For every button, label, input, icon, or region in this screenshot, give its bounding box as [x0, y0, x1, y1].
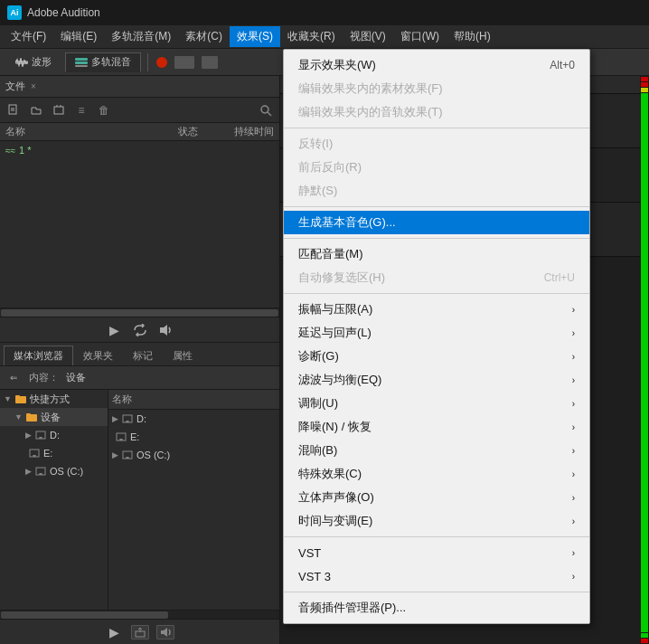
- menu-help[interactable]: 帮助(H): [447, 26, 498, 47]
- menu-edit[interactable]: 编辑(E): [53, 26, 104, 47]
- tab-multitrack[interactable]: 多轨混音: [65, 52, 141, 72]
- dd-item-delay[interactable]: 延迟与回声(L)›: [284, 321, 589, 345]
- dd-label-amplitude: 振幅与压限(A): [298, 301, 372, 317]
- dd-label-reverse-fwd: 前后反向(R): [298, 159, 362, 175]
- menu-file[interactable]: 文件(F): [4, 26, 53, 47]
- dd-item-show-effects-rack[interactable]: 显示效果夹(W)Alt+0: [284, 53, 589, 77]
- app-title: Adobe Audition: [27, 6, 100, 19]
- files-close[interactable]: ×: [31, 81, 36, 91]
- meter-red-2: [641, 82, 648, 87]
- volume-btn[interactable]: [156, 321, 174, 339]
- devices-folder-icon: [26, 412, 37, 422]
- dd-item-diagnostics[interactable]: 诊断(G)›: [284, 345, 589, 368]
- tab-effects-rack[interactable]: 效果夹: [73, 346, 123, 365]
- menu-window[interactable]: 窗口(W): [393, 26, 447, 47]
- d-arrow: ▶: [25, 431, 32, 440]
- svg-rect-4: [9, 105, 16, 114]
- right-c-drive[interactable]: ▶ OS (C:): [108, 446, 279, 464]
- browser-scrollbar[interactable]: [0, 610, 279, 619]
- tab-markers[interactable]: 标记: [123, 346, 163, 365]
- dd-item-stereo[interactable]: 立体声声像(O)›: [284, 486, 589, 509]
- play-btn[interactable]: ▶: [106, 321, 124, 339]
- dd-item-modulation[interactable]: 调制(U)›: [284, 392, 589, 415]
- files-title: 文件: [5, 80, 25, 93]
- open-file-icon: [30, 104, 42, 117]
- dd-label-auto-heal: 自动修复选区(H): [298, 270, 385, 286]
- dd-item-denoise[interactable]: 降噪(N) / 恢复›: [284, 415, 589, 439]
- dd-item-plugin-manager[interactable]: 音频插件管理器(P)...: [284, 596, 589, 620]
- tab-media-browser[interactable]: 媒体浏览器: [4, 346, 73, 365]
- dd-item-match-volume[interactable]: 匹配音量(M): [284, 242, 589, 266]
- loop-icon: [133, 324, 147, 336]
- new-file-btn[interactable]: [4, 101, 24, 119]
- svg-point-28: [126, 457, 129, 459]
- dd-item-edit-clip-effects: 编辑效果夹内的素材效果(F): [284, 77, 589, 100]
- svg-rect-2: [75, 62, 88, 64]
- app-icon: Ai: [7, 5, 22, 20]
- tree-shortcuts[interactable]: ▼ 快捷方式: [0, 390, 108, 408]
- files-scrollbar[interactable]: [0, 308, 279, 317]
- dd-item-filter[interactable]: 滤波与均衡(EQ)›: [284, 368, 589, 392]
- browser-content-label: 内容：: [25, 371, 62, 384]
- dd-separator-7: [284, 206, 589, 207]
- menu-favorites[interactable]: 收藏夹(R): [280, 26, 343, 47]
- right-d-arrow: ▶: [112, 414, 118, 423]
- dd-item-amplitude[interactable]: 振幅与压限(A)›: [284, 298, 589, 321]
- browser-scrollbar-thumb[interactable]: [1, 611, 168, 619]
- svg-rect-7: [54, 107, 63, 114]
- dd-item-generate-tone[interactable]: 生成基本音色(G)...: [284, 211, 589, 234]
- export-icon: [135, 627, 146, 638]
- file-name: 1 *: [19, 145, 31, 156]
- tree-d-drive[interactable]: ▶ D:: [0, 426, 108, 444]
- devices-arrow: ▼: [14, 412, 23, 421]
- browser-body: ▼ 快捷方式 ▼ 设备 ▶ D:: [0, 390, 279, 610]
- file-item[interactable]: ≈≈ 1 *: [0, 141, 279, 159]
- delete-file-btn[interactable]: 🗑: [94, 101, 114, 119]
- browser-play-btn[interactable]: ▶: [106, 623, 124, 641]
- dd-item-reverb[interactable]: 混响(B)›: [284, 439, 589, 462]
- dd-item-vst[interactable]: VST›: [284, 541, 589, 564]
- menu-material[interactable]: 素材(C): [178, 26, 230, 47]
- volume-icon-2: [160, 627, 171, 638]
- search-files[interactable]: [256, 101, 276, 119]
- browser-btn-1[interactable]: ⇐: [4, 369, 24, 387]
- browser-btn-a[interactable]: [131, 625, 149, 639]
- right-e-label: E:: [130, 431, 139, 442]
- dd-label-filter: 滤波与均衡(EQ): [298, 372, 381, 388]
- files-btn-3[interactable]: [49, 101, 69, 119]
- dd-label-special: 特殊效果(C): [298, 466, 362, 482]
- dd-label-diagnostics: 诊断(G): [298, 348, 339, 365]
- files-scrollbar-thumb[interactable]: [1, 309, 278, 317]
- open-file-btn[interactable]: [26, 101, 46, 119]
- dd-arrow-stereo: ›: [554, 493, 575, 503]
- meter-green-bottom: [641, 633, 648, 638]
- menu-view[interactable]: 视图(V): [343, 26, 393, 47]
- dd-item-vst3[interactable]: VST 3›: [284, 564, 589, 588]
- tab-properties[interactable]: 属性: [163, 346, 202, 365]
- menu-effects[interactable]: 效果(S): [230, 26, 280, 47]
- right-d-drive[interactable]: ▶ D:: [108, 410, 279, 428]
- file-wave-icon: ≈≈: [5, 146, 15, 156]
- right-e-disk-icon: [116, 431, 127, 442]
- dd-label-edit-track-effects: 编辑效果夹内的音轨效果(T): [298, 104, 443, 120]
- toolbar-icon-2: [202, 56, 218, 69]
- loop-btn[interactable]: [131, 321, 149, 339]
- dd-separator-23: [284, 536, 589, 537]
- d-label: D:: [50, 430, 60, 440]
- new-file-icon: [7, 104, 20, 117]
- dd-item-time[interactable]: 时间与变调(E)›: [284, 509, 589, 533]
- svg-point-26: [119, 439, 123, 440]
- dd-arrow-time: ›: [554, 516, 575, 526]
- menu-multitrack[interactable]: 多轨混音(M): [104, 26, 178, 47]
- dd-item-special[interactable]: 特殊效果(C)›: [284, 462, 589, 486]
- menu-bar: 文件(F) 编辑(E) 多轨混音(M) 素材(C) 效果(S) 收藏夹(R) 视…: [0, 25, 649, 49]
- tree-e-drive[interactable]: E:: [0, 444, 108, 462]
- dd-arrow-vst3: ›: [554, 572, 575, 582]
- tree-c-drive[interactable]: ▶ OS (C:): [0, 462, 108, 480]
- files-btn-4[interactable]: ≡: [71, 101, 91, 119]
- tree-devices[interactable]: ▼ 设备: [0, 408, 108, 426]
- tab-wave[interactable]: 波形: [5, 52, 61, 72]
- right-e-drive[interactable]: E:: [108, 428, 279, 446]
- browser-btn-b[interactable]: [156, 625, 174, 639]
- dd-separator-12: [284, 293, 589, 294]
